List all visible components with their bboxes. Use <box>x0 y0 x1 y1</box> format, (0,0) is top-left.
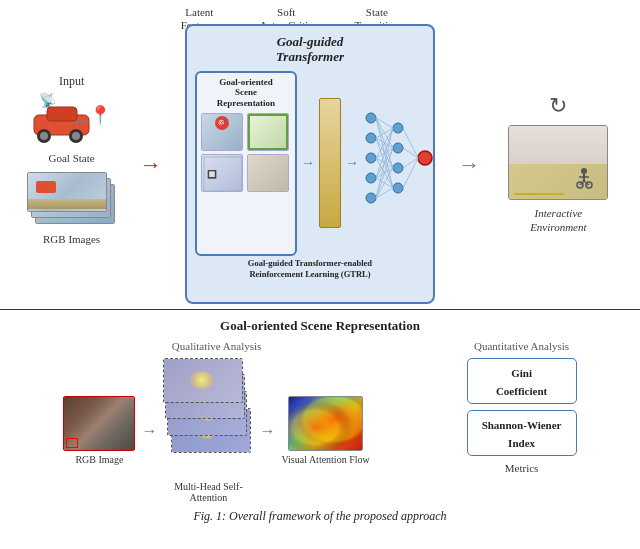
transformer-title: Goal-guided Transformer <box>195 34 425 65</box>
qualitative-label: Qualitative Analysis <box>172 340 262 352</box>
bottom-arrow-1: → <box>141 422 157 440</box>
goal-state-label: Goal State <box>49 152 95 164</box>
red-box <box>66 438 78 448</box>
metrics-label: Metrics <box>505 462 539 474</box>
svg-point-45 <box>581 168 587 174</box>
interactive-environment-label: Interactive Environment <box>530 206 586 235</box>
svg-point-19 <box>393 183 403 193</box>
gini-metric: Gini Coefficient <box>467 358 577 404</box>
svg-point-18 <box>393 163 403 173</box>
transformer-to-state-arrow: → <box>458 152 480 178</box>
scene-cell-3: 🔲 <box>201 154 243 192</box>
nn-svg <box>363 88 443 238</box>
svg-point-16 <box>393 123 403 133</box>
rgb-images-label: RGB Images <box>43 233 100 245</box>
attn-layer-1 <box>163 358 243 403</box>
svg-point-13 <box>366 153 376 163</box>
bottom-section: Goal-oriented Scene Representation Quali… <box>0 310 640 549</box>
state-block: ↻ Interactive Environment <box>503 93 613 235</box>
car-icon: 📡 📍 <box>29 93 114 148</box>
latent-rect <box>319 98 341 228</box>
input-block: Input 📡 📍 Goal State <box>27 74 117 245</box>
curved-arrow: ↻ <box>549 93 567 119</box>
figure-caption: Fig. 1: Overall framework of the propose… <box>10 509 630 524</box>
scene-box-title: Goal-orientedSceneRepresentation <box>217 77 275 109</box>
svg-rect-2 <box>47 107 77 121</box>
visual-attention-label: Visual Attention Flow <box>281 454 369 465</box>
scene-cell-2 <box>247 113 289 151</box>
svg-point-12 <box>366 133 376 143</box>
svg-point-11 <box>366 113 376 123</box>
scene-cell-3-overlay: 🔲 <box>202 155 243 192</box>
svg-point-15 <box>366 193 376 203</box>
quantitative-label: Quantitative Analysis <box>474 340 569 352</box>
room-image <box>508 125 608 200</box>
scene-cell-4 <box>247 154 289 192</box>
svg-point-6 <box>72 132 80 140</box>
shannon-metric: Shannon-Wiener Index <box>467 410 577 456</box>
neural-network <box>363 88 443 238</box>
scene-to-latent-arrow: → <box>301 155 315 171</box>
svg-point-14 <box>366 173 376 183</box>
transformer-block: Goal-guided Transformer Goal-orientedSce… <box>185 24 435 304</box>
bottom-arrow-2: → <box>259 422 275 440</box>
latent-to-nn-arrow: → <box>345 155 359 171</box>
visual-attention-flow <box>288 396 363 451</box>
svg-rect-53 <box>289 397 363 451</box>
bottom-rgb-image <box>63 396 135 451</box>
rgb-image-label: RGB Image <box>75 454 123 465</box>
svg-text:📍: 📍 <box>89 104 112 126</box>
input-to-transformer-arrow: → <box>140 152 162 178</box>
transformer-content: Goal-orientedSceneRepresentation 🎯 <box>195 71 425 256</box>
gini-label: Gini Coefficient <box>496 367 547 397</box>
svg-line-44 <box>403 158 418 188</box>
latent-features <box>319 98 341 228</box>
svg-text:🔲: 🔲 <box>207 169 217 179</box>
transformer-bottom-label: Goal-guided Transformer-enabledReinforce… <box>195 258 425 280</box>
scene-representation-box: Goal-orientedSceneRepresentation 🎯 <box>195 71 297 256</box>
multi-head-label: Multi-Head Self-Attention <box>163 481 253 503</box>
top-section: Latent Features Soft Actor-Critic State … <box>0 0 640 310</box>
svg-point-4 <box>40 132 48 140</box>
scene-cell-1: 🎯 <box>201 113 243 151</box>
heatmap-svg <box>289 397 363 451</box>
svg-line-41 <box>403 128 418 158</box>
metrics-box: Gini Coefficient Shannon-Wiener Index <box>467 358 577 456</box>
bottom-title: Goal-oriented Scene Representation <box>10 318 630 334</box>
attention-maps <box>163 358 253 478</box>
input-label: Input <box>59 74 84 89</box>
scene-grid: 🎯 🔲 <box>201 113 291 192</box>
rgb-stack <box>27 172 117 227</box>
svg-point-17 <box>393 143 403 153</box>
wheelchair-icon <box>573 167 595 189</box>
svg-point-20 <box>418 151 432 165</box>
shannon-label: Shannon-Wiener Index <box>482 419 562 449</box>
